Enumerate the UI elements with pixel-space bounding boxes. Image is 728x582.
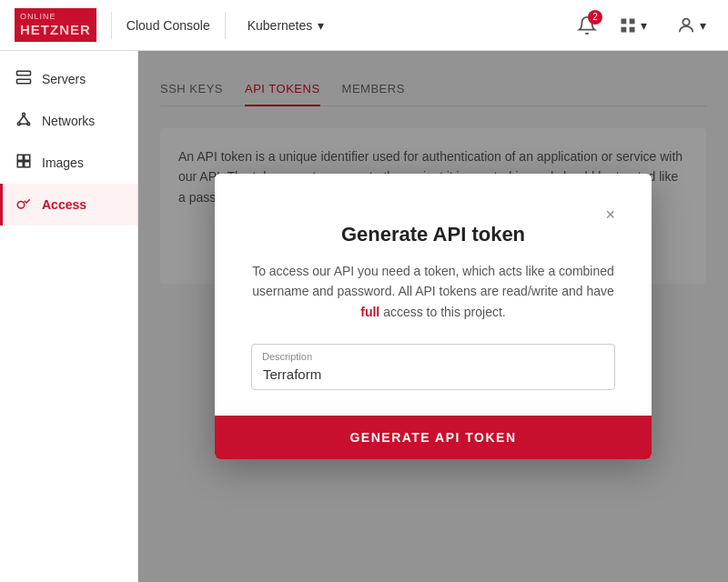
svg-line-13	[24, 115, 28, 123]
sidebar: Servers Networks Images	[0, 51, 138, 582]
kubernetes-chevron-icon: ▾	[318, 18, 324, 33]
active-bar	[0, 184, 3, 226]
sidebar-item-images[interactable]: Images	[0, 142, 137, 184]
user-menu-button[interactable]: ▾	[669, 12, 713, 39]
description-input-group: Description	[251, 344, 615, 390]
servers-icon	[15, 69, 33, 89]
navbar: ONLINE HETZNER Cloud Console Kubernetes …	[0, 0, 728, 51]
modal-body: × Generate API token To access our API y…	[215, 174, 652, 416]
svg-rect-1	[630, 18, 635, 24]
notification-badge: 2	[588, 10, 602, 25]
user-icon	[676, 15, 696, 35]
hetzner-logo-icon: ONLINE HETZNER	[15, 8, 96, 42]
brand-logo[interactable]: ONLINE HETZNER	[15, 8, 96, 42]
svg-rect-18	[25, 162, 30, 167]
modal-overlay: × Generate API token To access our API y…	[138, 51, 728, 582]
notification-button[interactable]: 2	[577, 15, 597, 35]
modal-description: To access our API you need a token, whic…	[251, 261, 615, 322]
generate-token-button[interactable]: GENERATE API TOKEN	[215, 416, 652, 459]
main-layout: Servers Networks Images	[0, 51, 728, 582]
navbar-right: 2 ▾ ▾	[577, 12, 713, 39]
svg-rect-6	[17, 79, 31, 84]
access-icon	[15, 195, 33, 215]
modal-desc-text2: access to this project.	[383, 305, 506, 319]
main-content: SSH KEYS API TOKENS MEMBERS An API token…	[138, 51, 728, 582]
description-label: Description	[262, 351, 312, 362]
user-chevron-icon: ▾	[700, 18, 706, 33]
sidebar-item-servers[interactable]: Servers	[0, 58, 137, 100]
kubernetes-selector[interactable]: Kubernetes ▾	[240, 15, 332, 36]
grid-menu-button[interactable]: ▾	[612, 13, 654, 38]
svg-rect-17	[17, 162, 23, 167]
navbar-divider	[111, 12, 112, 39]
sidebar-item-networks[interactable]: Networks	[0, 100, 137, 142]
generate-token-modal: × Generate API token To access our API y…	[215, 174, 652, 459]
networks-icon	[15, 111, 33, 131]
navbar-divider2	[225, 12, 226, 39]
svg-rect-16	[25, 155, 30, 160]
svg-rect-3	[630, 26, 635, 32]
cloud-console-label: Cloud Console	[126, 18, 210, 33]
svg-point-4	[682, 18, 689, 25]
networks-label: Networks	[42, 114, 95, 128]
svg-rect-15	[17, 155, 23, 160]
svg-rect-5	[17, 71, 31, 75]
svg-point-19	[17, 202, 25, 209]
kubernetes-label: Kubernetes	[248, 18, 313, 33]
hetzner-online-text: ONLINE	[20, 12, 91, 22]
grid-icon	[619, 16, 637, 35]
modal-desc-text1: To access our API you need a token, whic…	[252, 264, 614, 298]
grid-chevron-icon: ▾	[641, 18, 647, 33]
svg-rect-0	[622, 18, 627, 24]
svg-rect-2	[622, 26, 627, 32]
svg-point-9	[23, 113, 25, 115]
images-label: Images	[42, 156, 84, 170]
svg-line-12	[19, 115, 24, 123]
modal-title: Generate API token	[251, 223, 615, 246]
sidebar-item-access[interactable]: Access	[0, 184, 137, 226]
modal-desc-highlight: full	[360, 305, 379, 319]
modal-close-button[interactable]: ×	[605, 206, 615, 223]
images-icon	[15, 153, 33, 173]
servers-label: Servers	[42, 72, 86, 86]
access-label: Access	[42, 197, 86, 212]
